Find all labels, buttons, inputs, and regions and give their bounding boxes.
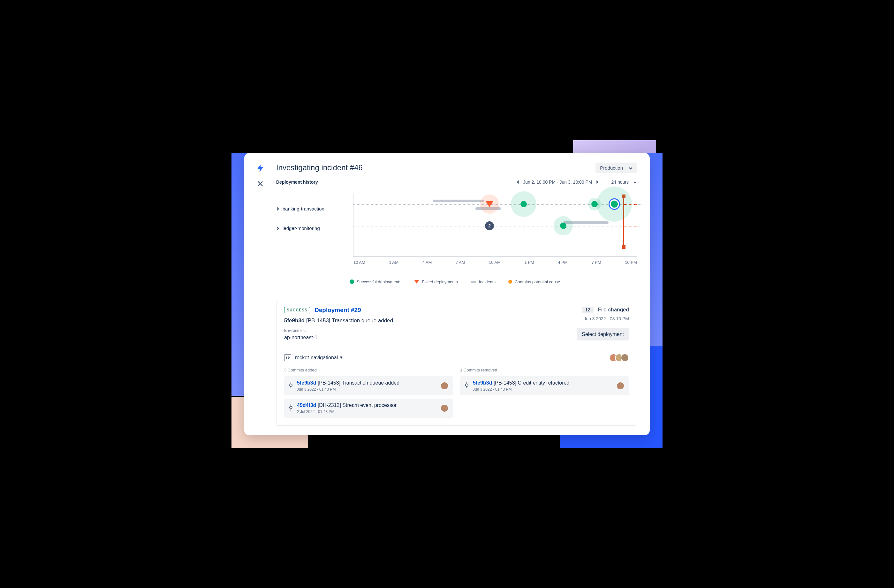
chevron-right-icon xyxy=(595,180,599,184)
time-range-picker[interactable]: Jun 2, 10:00 PM - Jun 3, 10:00 PM xyxy=(516,180,598,184)
commit-timestamp: Jun 3 2022 - 01:43 PM xyxy=(297,387,436,391)
legend-cause-icon xyxy=(508,280,512,284)
environment-value: ap-northeast-1 xyxy=(284,335,569,340)
incident-bar xyxy=(433,200,484,202)
contributor-avatars[interactable] xyxy=(612,354,629,362)
commit-hash: 5fe9b3d xyxy=(284,317,305,323)
page-title: Investigating incident #46 xyxy=(276,163,363,172)
svg-point-2 xyxy=(465,384,468,387)
chevron-left-icon xyxy=(516,180,520,184)
series-toggle[interactable]: banking-transaction xyxy=(276,206,346,212)
commit-timestamp: Jun 3 2022 - 01:43 PM xyxy=(473,387,612,391)
axis-tick: 10 AM xyxy=(353,260,365,265)
deployment-timestamp: Jun 3 2022 - 08:10 PM xyxy=(584,316,629,321)
deployment-link[interactable]: Deployment #29 xyxy=(314,307,361,314)
axis-tick: 1 AM xyxy=(389,260,399,265)
close-button[interactable] xyxy=(257,180,263,188)
avatar[interactable] xyxy=(616,382,625,390)
axis-tick: 1 PM xyxy=(525,260,534,265)
commit-hash[interactable]: 5fe9b3d xyxy=(297,380,316,385)
deployment-success-node[interactable] xyxy=(560,223,566,229)
deployment-failed-node[interactable] xyxy=(486,201,493,207)
chevron-down-icon xyxy=(629,166,633,169)
avatar[interactable] xyxy=(621,354,629,362)
deployment-selected-node[interactable] xyxy=(611,201,618,208)
legend-success-icon xyxy=(350,280,354,284)
period-dropdown[interactable]: 24 hours xyxy=(612,180,637,184)
axis-tick: 7 AM xyxy=(456,260,465,265)
avatar[interactable] xyxy=(440,382,449,390)
environment-field-label: Environment xyxy=(284,328,569,333)
bolt-icon xyxy=(256,164,265,174)
axis-tick: 10 AM xyxy=(489,260,501,265)
chart-legend: Successful deployments Failed deployment… xyxy=(244,263,650,292)
chevron-right-icon xyxy=(276,225,279,231)
section-subtitle: Deployment history xyxy=(276,180,318,184)
files-changed-label: File changed xyxy=(598,307,629,313)
select-deployment-button[interactable]: Select deployment xyxy=(577,328,629,340)
deployment-detail-panel: SUCCESS Deployment #29 5fe9b3d [PB-1453]… xyxy=(276,300,637,426)
commit-node-icon xyxy=(288,404,293,412)
status-badge: SUCCESS xyxy=(284,307,310,313)
avatar[interactable] xyxy=(440,404,449,412)
files-count-badge: 12 xyxy=(582,307,593,313)
commit-message: [PB-1453] Transaction queue added xyxy=(306,317,393,323)
commit-row[interactable]: 5fe9b3d [PB-1453] Credit entity refactor… xyxy=(460,376,629,395)
commit-hash[interactable]: 5fe9b3d xyxy=(473,380,492,385)
legend-failed-icon xyxy=(414,280,419,284)
commits-added-title: 3 Commits added xyxy=(284,367,453,372)
commit-row[interactable]: 49d4f3d [DH-2312] Stream event processor… xyxy=(284,399,453,418)
commit-node-icon xyxy=(465,382,469,390)
chevron-down-icon xyxy=(633,180,637,184)
time-range-label: Jun 2, 10:00 PM - Jun 3, 10:00 PM xyxy=(523,180,592,184)
svg-point-1 xyxy=(290,406,292,409)
svg-point-0 xyxy=(290,384,292,387)
commit-hash[interactable]: 49d4f3d xyxy=(297,402,316,408)
commits-removed-title: 1 Commits removed xyxy=(460,367,629,372)
deployment-timeline-chart[interactable]: 10 AM1 AM4 AM7 AM10 AM1 PM4 PM7 PM10 PM … xyxy=(353,193,637,257)
axis-tick: 4 AM xyxy=(423,260,432,265)
code-repo-icon xyxy=(284,354,291,361)
deployment-success-node[interactable] xyxy=(521,201,527,207)
commit-message: [PB-1453] Credit entity refactored xyxy=(494,380,569,385)
commit-message: [PB-1453] Transaction queue added xyxy=(318,380,399,385)
deployment-cluster-node[interactable]: 2 xyxy=(485,221,494,230)
commit-row[interactable]: 5fe9b3d [PB-1453] Transaction queue adde… xyxy=(284,376,453,395)
commit-message: [DH-2312] Stream event processor xyxy=(318,402,397,408)
chevron-right-icon xyxy=(276,206,279,212)
incident-card: Investigating incident #46 Production De… xyxy=(244,153,650,435)
commit-node-icon xyxy=(288,382,293,390)
period-label: 24 hours xyxy=(612,180,629,184)
environment-dropdown[interactable]: Production xyxy=(595,163,637,173)
axis-tick: 7 PM xyxy=(591,260,601,265)
repo-name[interactable]: rocket-navigational-ai xyxy=(295,355,344,361)
commit-timestamp: 2 Jul 2022 - 01:43 PM xyxy=(297,410,436,414)
legend-incident-icon xyxy=(471,281,476,283)
axis-tick: 4 PM xyxy=(558,260,568,265)
environment-label: Production xyxy=(600,165,623,171)
series-toggle[interactable]: ledger-monitoring xyxy=(276,225,346,231)
axis-tick: 10 PM xyxy=(625,260,637,265)
